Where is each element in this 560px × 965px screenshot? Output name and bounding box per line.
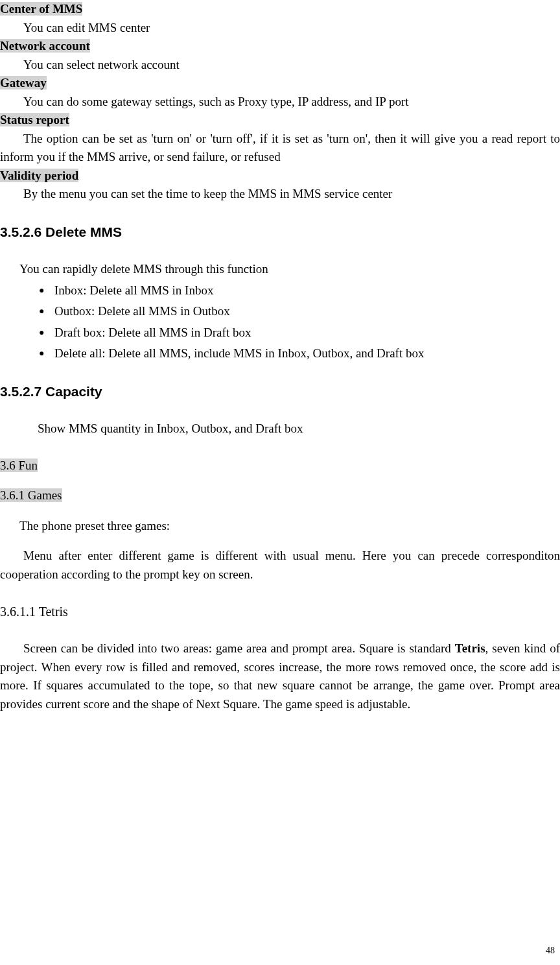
desc-status-report: The option can be set as 'turn on' or 't…	[0, 130, 560, 167]
list-item: Draft box: Delete all MMS in Draft box	[39, 324, 560, 342]
desc-network-account: You can select network account	[0, 56, 560, 75]
heading-delete-mms: 3.5.2.6 Delete MMS	[0, 222, 560, 243]
para-tetris: Screen can be divided into two areas: ga…	[0, 639, 560, 713]
desc-validity-period: By the menu you can set the time to keep…	[0, 185, 560, 204]
section-fun: 3.6 Fun	[0, 457, 560, 475]
tetris-bold: Tetris	[455, 641, 485, 655]
heading-capacity: 3.5.2.7 Capacity	[0, 381, 560, 402]
intro-delete-mms: You can rapidly delete MMS through this …	[0, 260, 560, 279]
label-games: 3.6.1 Games	[0, 488, 62, 502]
document-page: Center of MMS You can edit MMS center Ne…	[0, 0, 560, 739]
label-status-report: Status report	[0, 113, 69, 126]
list-item: Outbox: Delete all MMS in Outbox	[39, 302, 560, 321]
list-item: Inbox: Delete all MMS in Inbox	[39, 281, 560, 300]
heading-tetris: 3.6.1.1 Tetris	[0, 602, 560, 621]
section-games: 3.6.1 Games	[0, 486, 560, 505]
label-fun: 3.6 Fun	[0, 459, 38, 472]
section-status-report: Status report The option can be set as '…	[0, 111, 560, 167]
label-network-account: Network account	[0, 39, 90, 53]
section-validity-period: Validity period By the menu you can set …	[0, 167, 560, 204]
label-validity-period: Validity period	[0, 169, 78, 182]
intro-games: The phone preset three games:	[0, 517, 560, 536]
label-gateway: Gateway	[0, 76, 47, 89]
para-games: Menu after enter different game is diffe…	[0, 547, 560, 584]
section-network-account: Network account You can select network a…	[0, 37, 560, 74]
label-center-mms: Center of MMS	[0, 2, 82, 16]
section-center-mms: Center of MMS You can edit MMS center	[0, 0, 560, 37]
desc-gateway: You can do some gateway settings, such a…	[0, 93, 560, 112]
desc-capacity: Show MMS quantity in Inbox, Outbox, and …	[0, 420, 560, 438]
tetris-text-start: Screen can be divided into two areas: ga…	[23, 641, 455, 655]
section-gateway: Gateway You can do some gateway settings…	[0, 74, 560, 111]
list-item: Delete all: Delete all MMS, include MMS …	[39, 344, 560, 363]
desc-center-mms: You can edit MMS center	[0, 19, 560, 38]
list-delete-mms: Inbox: Delete all MMS in Inbox Outbox: D…	[0, 281, 560, 363]
